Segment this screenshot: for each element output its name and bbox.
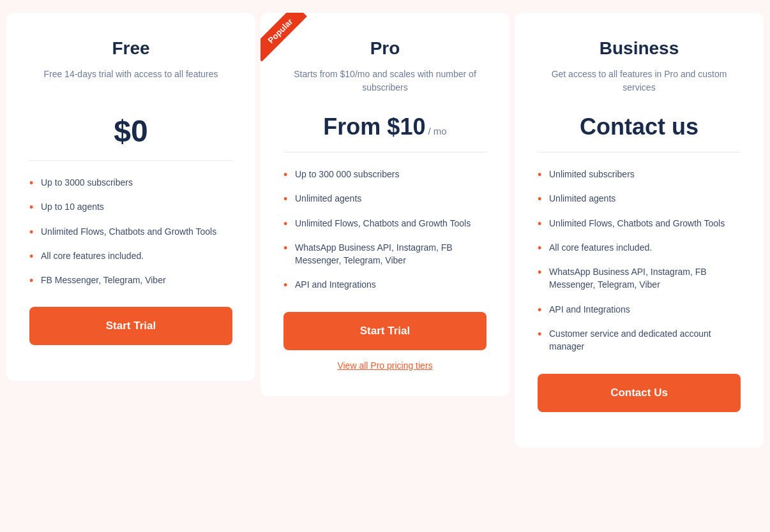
pricing-container: FreeFree 14-days trial with access to al… <box>6 13 764 448</box>
divider-free <box>29 160 232 161</box>
feature-item: Unlimited Flows, Chatbots and Growth Too… <box>538 217 741 230</box>
feature-item: Up to 10 agents <box>29 200 232 213</box>
feature-item: Unlimited Flows, Chatbots and Growth Too… <box>283 217 487 230</box>
feature-item: Up to 300 000 subscribers <box>283 168 487 181</box>
cta-button-business[interactable]: Contact Us <box>538 374 741 412</box>
feature-item: WhatsApp Business API, Instagram, FB Mes… <box>538 265 741 292</box>
feature-item: API and Integrations <box>538 303 741 316</box>
feature-item: WhatsApp Business API, Instagram, FB Mes… <box>283 241 487 267</box>
popular-badge: Popular <box>260 13 318 70</box>
price-period-pro: / mo <box>428 126 446 137</box>
plan-title-business: Business <box>538 38 741 59</box>
price-contact-business: Contact us <box>538 114 741 140</box>
feature-item: API and Integrations <box>283 278 487 291</box>
feature-item: FB Messenger, Telegram, Viber <box>29 274 232 286</box>
feature-item: Customer service and dedicated account m… <box>538 327 741 353</box>
plan-card-free: FreeFree 14-days trial with access to al… <box>6 13 255 381</box>
features-list-pro: Up to 300 000 subscribersUnlimited agent… <box>283 168 487 292</box>
price-from-pro: From $10 <box>323 114 425 140</box>
plan-subtitle-business: Get access to all features in Pro and cu… <box>538 68 741 98</box>
price-display-free: $0 <box>29 114 232 149</box>
feature-item: Unlimited subscribers <box>538 168 741 181</box>
features-list-business: Unlimited subscribersUnlimited agentsUnl… <box>538 168 741 353</box>
divider-pro <box>283 152 487 152</box>
features-list-free: Up to 3000 subscribersUp to 10 agentsUnl… <box>29 176 232 286</box>
cta-button-free[interactable]: Start Trial <box>29 307 232 345</box>
popular-badge-label: Popular <box>260 13 307 61</box>
plan-subtitle-free: Free 14-days trial with access to all fe… <box>29 68 232 98</box>
feature-item: Unlimited agents <box>538 192 741 205</box>
plan-card-business: BusinessGet access to all features in Pr… <box>515 13 764 448</box>
plan-card-pro: Popular ProStarts from $10/mo and scales… <box>260 13 510 396</box>
view-all-link-pro[interactable]: View all Pro pricing tiers <box>283 360 487 371</box>
cta-button-pro[interactable]: Start Trial <box>283 312 487 350</box>
price-amount-free: $0 <box>114 114 147 148</box>
feature-item: Up to 3000 subscribers <box>29 176 232 189</box>
plan-subtitle-pro: Starts from $10/mo and scales with numbe… <box>283 68 487 98</box>
plan-title-free: Free <box>29 38 232 59</box>
feature-item: All core features included. <box>29 249 232 262</box>
feature-item: Unlimited Flows, Chatbots and Growth Too… <box>29 225 232 238</box>
divider-business <box>538 152 741 152</box>
price-display-pro: From $10 / mo <box>283 114 487 140</box>
feature-item: All core features included. <box>538 241 741 254</box>
feature-item: Unlimited agents <box>283 192 487 205</box>
